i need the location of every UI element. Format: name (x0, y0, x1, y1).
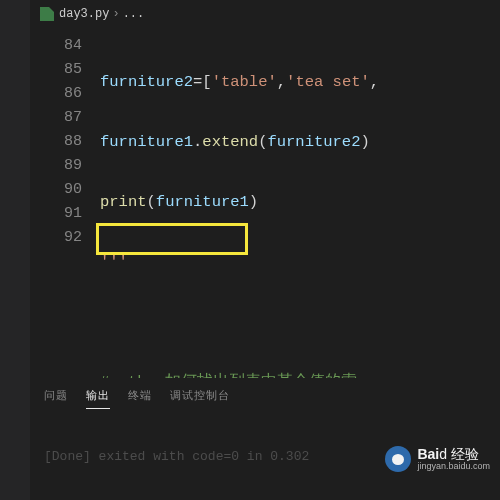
code-line: print(furniture1) (100, 190, 500, 214)
line-number: 86 (30, 82, 100, 106)
code-line: furniture2=['table','tea set', (100, 70, 500, 94)
activity-bar[interactable] (0, 0, 30, 500)
panel-tab-bar: 问题 输出 终端 调试控制台 (30, 378, 500, 409)
line-number: 92 (30, 226, 100, 250)
breadcrumb-more: ... (123, 7, 145, 21)
tab-output[interactable]: 输出 (86, 386, 110, 409)
baidu-paw-icon (385, 446, 411, 472)
tab-terminal[interactable]: 终端 (128, 386, 152, 409)
line-number-gutter: 848586878889909192 (30, 28, 100, 378)
line-number: 85 (30, 58, 100, 82)
line-number: 88 (30, 130, 100, 154)
watermark: Baid 经验 jingyan.baidu.com (385, 446, 490, 472)
line-number: 89 (30, 154, 100, 178)
line-number: 91 (30, 202, 100, 226)
breadcrumb-separator: › (109, 7, 122, 21)
python-icon (40, 7, 54, 21)
bottom-panel: 问题 输出 终端 调试控制台 [Done] exited with code=0… (30, 378, 500, 500)
tab-problems[interactable]: 问题 (44, 386, 68, 409)
line-number: 90 (30, 178, 100, 202)
file-tab[interactable]: day3.py › ... (30, 0, 154, 28)
code-line (100, 310, 500, 334)
code-line: furniture1.extend(furniture2) (100, 130, 500, 154)
code-editor[interactable]: 848586878889909192 furniture2=['table','… (30, 28, 500, 378)
line-number: 84 (30, 34, 100, 58)
code-line: #python如何找出列表中某个值的索 (100, 370, 500, 378)
tab-debug-console[interactable]: 调试控制台 (170, 386, 230, 409)
line-number: 87 (30, 106, 100, 130)
editor-tab-bar: day3.py › ... (30, 0, 154, 28)
tab-filename: day3.py (59, 7, 109, 21)
code-area[interactable]: furniture2=['table','tea set', furniture… (100, 28, 500, 378)
code-line: ''' (100, 250, 500, 274)
